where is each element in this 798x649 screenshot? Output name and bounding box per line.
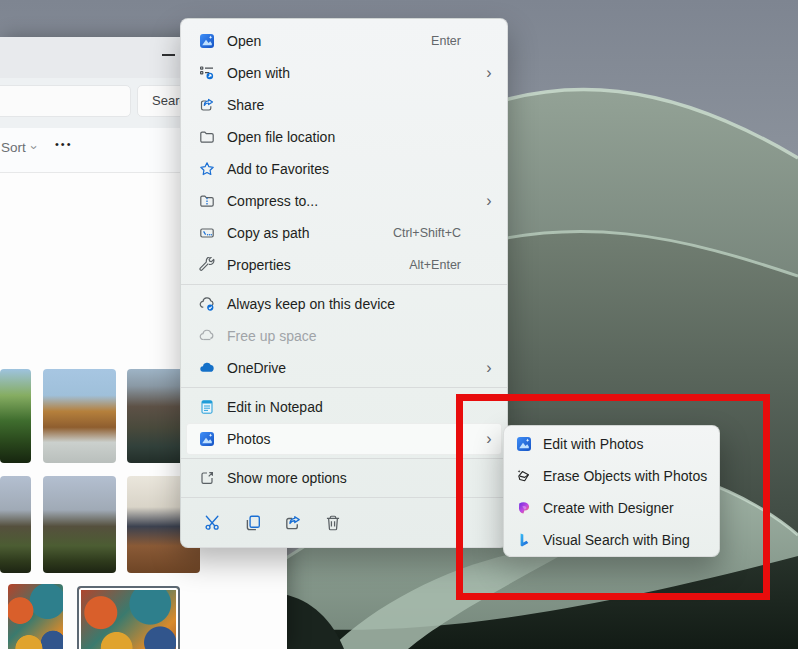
delete-button[interactable] — [313, 506, 353, 540]
menu-item-copy-as-path[interactable]: Copy as path Ctrl+Shift+C — [181, 217, 507, 249]
menu-item-open[interactable]: Open Enter — [181, 25, 507, 57]
copy-path-icon — [199, 225, 215, 241]
menu-item-edit-in-notepad[interactable]: Edit in Notepad — [181, 391, 507, 423]
copy-button[interactable] — [233, 506, 273, 540]
thumbnail-mural-painting-1[interactable] — [8, 584, 63, 649]
quick-action-bar — [181, 501, 507, 545]
menu-item-free-up-space[interactable]: Free up space — [181, 320, 507, 352]
submenu-item-erase-objects[interactable]: Erase Objects with Photos — [504, 460, 719, 492]
menu-item-open-file-location[interactable]: Open file location — [181, 121, 507, 153]
chevron-right-icon: › — [477, 360, 501, 376]
submenu-item-visual-search-bing[interactable]: Visual Search with Bing — [504, 524, 719, 556]
menu-item-always-keep-on-device[interactable]: Always keep on this device — [181, 288, 507, 320]
menu-item-add-to-favorites[interactable]: Add to Favorites — [181, 153, 507, 185]
share-icon — [199, 97, 215, 113]
chevron-down-icon: › — [26, 145, 41, 149]
menu-item-properties[interactable]: Properties Alt+Enter — [181, 249, 507, 281]
thumbnail-park-trees-2[interactable] — [43, 476, 116, 573]
chevron-right-icon: › — [477, 431, 501, 447]
share-button[interactable] — [273, 506, 313, 540]
thumbnail-mural-painting-selected[interactable] — [77, 586, 180, 649]
menu-separator — [181, 387, 507, 388]
screenshot-root: Search Sort › ••• Open Ente — [0, 0, 798, 649]
menu-separator — [181, 497, 507, 498]
cloud-check-icon — [199, 296, 215, 312]
photos-app-icon — [199, 431, 215, 447]
zip-folder-icon — [199, 193, 215, 209]
menu-item-open-with[interactable]: Open with › — [181, 57, 507, 89]
notepad-icon — [199, 399, 215, 415]
wrench-icon — [199, 257, 215, 273]
menu-item-photos[interactable]: Photos › — [186, 423, 502, 455]
chevron-right-icon: › — [477, 65, 501, 81]
photos-submenu: Edit with Photos Erase Objects with Phot… — [503, 425, 720, 557]
photos-app-icon — [199, 33, 215, 49]
star-icon — [199, 161, 215, 177]
chevron-right-icon: › — [477, 193, 501, 209]
thumbnail-autumn-bush-on-rocks[interactable] — [43, 369, 116, 463]
menu-separator — [181, 284, 507, 285]
menu-item-compress-to[interactable]: Compress to... › — [181, 185, 507, 217]
submenu-item-create-with-designer[interactable]: Create with Designer — [504, 492, 719, 524]
cloud-icon — [199, 328, 215, 344]
address-bar[interactable] — [0, 85, 131, 117]
minimize-icon[interactable] — [162, 54, 175, 56]
menu-separator — [181, 458, 507, 459]
copy-icon — [244, 514, 262, 532]
menu-item-show-more-options[interactable]: Show more options — [181, 462, 507, 494]
thumbnail-landscape-trees-partial[interactable] — [0, 369, 31, 463]
eraser-sparkle-icon — [516, 468, 532, 484]
cut-button[interactable] — [193, 506, 233, 540]
folder-icon — [199, 129, 215, 145]
see-more-button[interactable]: ••• — [55, 138, 73, 150]
bing-icon — [516, 532, 532, 548]
open-with-icon — [199, 65, 215, 81]
show-more-icon — [199, 470, 215, 486]
photos-app-icon — [516, 436, 532, 452]
submenu-item-edit-with-photos[interactable]: Edit with Photos — [504, 428, 719, 460]
delete-icon — [324, 514, 342, 532]
designer-icon — [516, 500, 532, 516]
sort-button[interactable]: Sort › — [1, 140, 36, 155]
cut-icon — [204, 514, 222, 532]
share-icon — [284, 514, 302, 532]
thumbnail-park-trees-1[interactable] — [0, 476, 31, 573]
onedrive-icon — [199, 360, 215, 376]
menu-item-share[interactable]: Share — [181, 89, 507, 121]
menu-item-onedrive[interactable]: OneDrive › — [181, 352, 507, 384]
context-menu: Open Enter Open with › Share Open file l… — [180, 18, 508, 548]
